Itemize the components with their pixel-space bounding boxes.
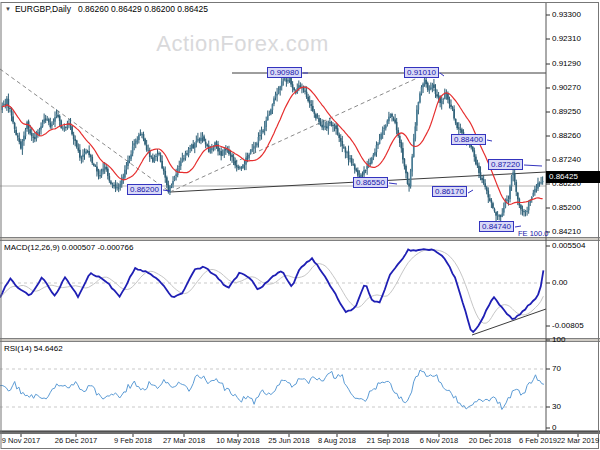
date-axis-label: 8 Aug 2018 — [318, 436, 356, 445]
date-axis-label: 25 Jun 2018 — [268, 436, 309, 445]
date-axis-label: 6 Nov 2018 — [420, 436, 458, 445]
price-axis-label: 0.91290 — [552, 59, 581, 68]
date-axis-label: 27 Mar 2018 — [163, 436, 205, 445]
price-flag: 0.86550 — [353, 177, 388, 188]
price-axis-label: 0.85200 — [552, 203, 581, 212]
rsi-axis-label: 70 — [552, 364, 561, 373]
price-axis-label: 0.89250 — [552, 107, 581, 116]
price-flag: 0.86200 — [127, 184, 162, 195]
date-axis-label: 21 Sep 2018 — [367, 436, 410, 445]
price-flag: 0.90980 — [267, 67, 302, 78]
price-axis-label: 0.87240 — [552, 155, 581, 164]
date-axis-label: 26 Dec 2017 — [55, 436, 98, 445]
symbol-label: EURGBP,Daily — [15, 4, 71, 14]
date-axis-label: 6 Feb 2019 — [519, 436, 557, 445]
price-flag: 0.86170 — [432, 186, 467, 197]
rsi-axis-label: 30 — [552, 402, 561, 411]
rsi-axis-label: 100 — [552, 335, 565, 344]
price-flag: 0.91010 — [404, 67, 439, 78]
date-axis-label: 20 Dec 2018 — [469, 436, 512, 445]
price-axis-label: 0.90270 — [552, 83, 581, 92]
price-flag: 0.87220 — [488, 159, 523, 170]
rsi-axis-label: 0 — [552, 423, 556, 432]
price-flag: 0.84740 — [479, 221, 514, 232]
current-price-tag: 0.86425 — [546, 171, 600, 183]
price-axis-label: 0.93300 — [552, 10, 581, 19]
date-axis-label: 9 Nov 2017 — [2, 436, 40, 445]
chart-window: ActionForex.com ▼ EURGBP,Daily 0.86260 0… — [0, 0, 600, 450]
macd-indicator-label: MACD(12,26,9) 0.000507 -0.000766 — [4, 243, 133, 252]
price-axis-label: 0.88260 — [552, 131, 581, 140]
collapse-triangle-icon[interactable]: ▼ — [5, 6, 11, 12]
price-flag: 0.88400 — [451, 134, 486, 145]
fibonacci-extension-label: FE 100.0 — [518, 229, 548, 238]
macd-axis-label: -0.00805 — [552, 321, 584, 330]
macd-axis-label: 0.00 — [552, 278, 568, 287]
date-axis-label: 10 May 2018 — [216, 436, 259, 445]
price-axis-label: 0.84210 — [552, 227, 581, 236]
price-axis-label: 0.92310 — [552, 34, 581, 43]
date-axis-label: 9 Feb 2018 — [114, 436, 152, 445]
chart-title: ▼ EURGBP,Daily 0.86260 0.86429 0.86200 0… — [5, 4, 208, 14]
ohlc-values: 0.86260 0.86429 0.86200 0.86425 — [78, 4, 208, 14]
rsi-indicator-label: RSI(14) 54.6462 — [4, 344, 63, 353]
macd-axis-label: 0.005504 — [552, 241, 585, 250]
date-axis-label: 22 Mar 2019 — [557, 436, 599, 445]
